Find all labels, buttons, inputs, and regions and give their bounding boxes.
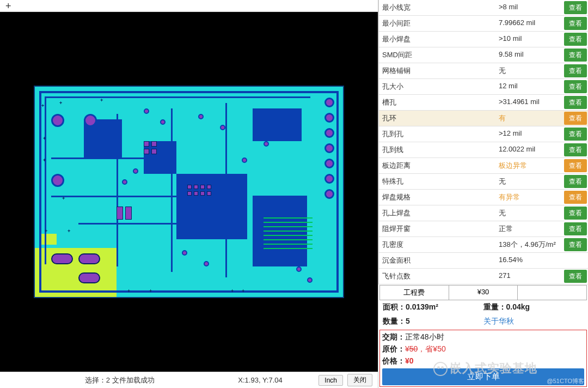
- close-button[interactable]: 关闭: [347, 374, 372, 386]
- spec-value: 无: [495, 63, 563, 78]
- view-button[interactable]: 查看: [564, 112, 587, 125]
- spec-label: 最小线宽: [379, 0, 495, 15]
- spec-value: >8 mil: [495, 0, 563, 15]
- spec-label: 孔环: [379, 111, 495, 126]
- price-line: 价格：¥0: [382, 355, 584, 367]
- engineering-fee-row: 工程费 ¥30: [379, 285, 587, 300]
- spec-value: 271: [495, 269, 563, 284]
- view-button[interactable]: 查看: [564, 191, 587, 204]
- spec-label: 阻焊开窗: [379, 221, 495, 237]
- order-box: 交期：正常48小时 原价：¥50，省¥50 价格：¥0 立即下单 @51CTO博…: [379, 330, 587, 387]
- right-pane: 最小线宽>8 mil查看最小间距7.99662 mil查看最小焊盘>10 mil…: [378, 0, 588, 388]
- status-coords: X:1.93, Y:7.04: [238, 376, 314, 384]
- spec-row: 最小间距7.99662 mil查看: [379, 16, 588, 32]
- spec-value: 无: [495, 174, 563, 189]
- spec-label: 槽孔: [379, 95, 495, 110]
- spec-row: 最小焊盘>10 mil查看: [379, 32, 588, 47]
- spec-label: 网格铺铜: [379, 63, 495, 78]
- spec-value: 16.54%: [495, 253, 563, 268]
- spec-label: 板边距离: [379, 158, 495, 173]
- spec-label: 孔上焊盘: [379, 205, 495, 221]
- spec-value: 有: [495, 111, 563, 126]
- spec-label: 孔到线: [379, 142, 495, 157]
- spec-label: 沉金面积: [379, 253, 495, 268]
- spec-label: 孔密度: [379, 237, 495, 252]
- spec-label: 飞针点数: [379, 269, 495, 284]
- view-button[interactable]: 查看: [564, 80, 587, 93]
- left-pane: +: [0, 0, 378, 388]
- spec-value: 板边异常: [495, 158, 563, 173]
- original-price-line: 原价：¥50，省¥50: [382, 343, 584, 355]
- spec-row: 阻焊开窗正常查看: [379, 221, 588, 237]
- fee-empty: [518, 286, 586, 300]
- pcb-viewer[interactable]: + + + + + + + + + + + +: [0, 12, 378, 372]
- spec-value: >10 mil: [495, 32, 563, 47]
- view-button[interactable]: 查看: [564, 207, 587, 220]
- delivery-line: 交期：正常48小时: [382, 331, 584, 343]
- spec-label: 焊盘规格: [379, 190, 495, 205]
- spec-row: 板边距离板边异常查看: [379, 158, 588, 174]
- spec-row: 孔上焊盘无查看: [379, 205, 588, 221]
- spec-label: 最小间距: [379, 16, 495, 31]
- pcb-board: + + + + + + + + + + + +: [34, 86, 344, 298]
- spec-value: 正常: [495, 221, 563, 237]
- area-weight-row: 面积：0.0139m² 重量：0.04kg: [378, 300, 588, 314]
- spec-row: 孔大小12 mil查看: [379, 79, 588, 95]
- spec-row: 孔密度138个，4.96万/m²查看: [379, 237, 588, 253]
- qty-about-row: 数量：5 关于华秋: [378, 314, 588, 329]
- spec-value: >31.4961 mil: [495, 95, 563, 110]
- tab-bar: +: [0, 0, 378, 12]
- spec-row: 特殊孔无查看: [379, 174, 588, 190]
- spec-row: 沉金面积16.54%查看: [379, 253, 588, 269]
- spec-row: 飞针点数271查看: [379, 269, 588, 284]
- spec-value: 12 mil: [495, 79, 563, 94]
- spec-row: 孔到线12.0022 mil查看: [379, 142, 588, 158]
- view-button[interactable]: 查看: [564, 238, 587, 251]
- view-button[interactable]: 查看: [564, 48, 587, 62]
- view-button[interactable]: 查看: [564, 64, 587, 77]
- fee-label: 工程费: [380, 286, 449, 300]
- spec-value: 138个，4.96万/m²: [495, 237, 563, 252]
- view-button[interactable]: 查看: [564, 143, 587, 156]
- spec-row: SMD间距9.58 mil查看: [379, 47, 588, 63]
- spec-value: >12 mil: [495, 126, 563, 142]
- unit-toggle-button[interactable]: Inch: [318, 375, 343, 386]
- view-button[interactable]: 查看: [564, 1, 587, 14]
- spec-row: 焊盘规格有异常查看: [379, 190, 588, 205]
- spec-row: 网格铺铜无查看: [379, 63, 588, 79]
- spec-value: 12.0022 mil: [495, 142, 563, 157]
- spec-value: 7.99662 mil: [495, 16, 563, 31]
- spec-table: 最小线宽>8 mil查看最小间距7.99662 mil查看最小焊盘>10 mil…: [378, 0, 588, 284]
- view-button[interactable]: 查看: [564, 222, 587, 235]
- spec-value: 有异常: [495, 190, 563, 205]
- view-button[interactable]: 查看: [564, 270, 587, 283]
- view-button[interactable]: 查看: [564, 128, 587, 141]
- weight-info: 重量：0.04kg: [483, 302, 584, 312]
- spec-label: SMD间距: [379, 47, 495, 63]
- spec-row: 槽孔>31.4961 mil查看: [379, 95, 588, 111]
- add-tab-button[interactable]: +: [5, 1, 11, 11]
- spec-label: 特殊孔: [379, 174, 495, 189]
- spec-value: 无: [495, 205, 563, 221]
- spec-row: 孔环有查看: [379, 111, 588, 126]
- spec-row: 最小线宽>8 mil查看: [379, 0, 588, 16]
- watermark-text: @51CTO博客: [547, 377, 584, 385]
- qty-info: 数量：5: [383, 317, 483, 326]
- status-selection: 选择：2 文件加载成功: [5, 375, 234, 385]
- view-button[interactable]: 查看: [564, 96, 587, 109]
- spec-label: 最小焊盘: [379, 32, 495, 47]
- spec-row: 孔到孔>12 mil查看: [379, 126, 588, 142]
- area-info: 面积：0.0139m²: [383, 302, 483, 312]
- spec-value: 9.58 mil: [495, 47, 563, 63]
- spec-label: 孔大小: [379, 79, 495, 94]
- view-button[interactable]: 查看: [564, 159, 587, 172]
- fee-amount: ¥30: [449, 286, 518, 300]
- spec-label: 孔到孔: [379, 126, 495, 142]
- view-button[interactable]: 查看: [564, 33, 587, 46]
- view-button[interactable]: 查看: [564, 17, 587, 30]
- app-root: +: [0, 0, 588, 388]
- status-bar: 选择：2 文件加载成功 X:1.93, Y:7.04 Inch 关闭: [0, 372, 378, 388]
- view-button[interactable]: 查看: [564, 175, 587, 188]
- about-link[interactable]: 关于华秋: [483, 317, 514, 325]
